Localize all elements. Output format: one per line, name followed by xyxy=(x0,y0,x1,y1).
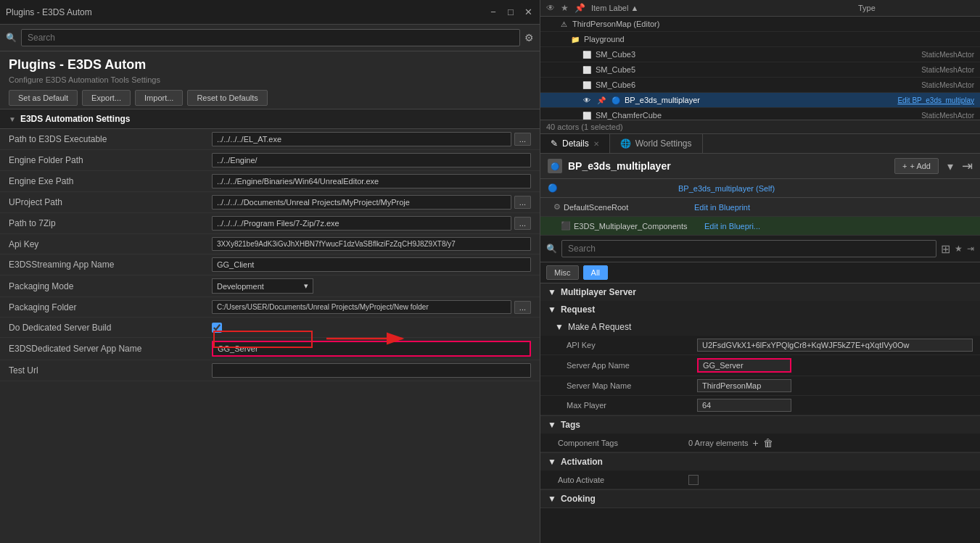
settings-area: ▼ E3DS Automation Settings Path to E3DS … xyxy=(0,109,540,543)
minimize-button[interactable]: − xyxy=(487,7,499,18)
dropdown-packaging-mode[interactable]: Development ▾ xyxy=(212,278,313,294)
tab-details-close[interactable]: ✕ xyxy=(593,140,599,148)
input-streaming-name[interactable] xyxy=(212,257,531,272)
input-7zip[interactable] xyxy=(212,216,511,231)
default-scene-root-row[interactable]: ⚙ DefaultSceneRoot Edit in Blueprint xyxy=(540,198,980,217)
dropdown-arrow-icon: ▾ xyxy=(304,281,308,291)
outliner-items: ⚠ ThirdPersonMap (Editor) 📁 Playground ⬜… xyxy=(540,17,980,120)
outliner-item-label: SM_ChamferCube xyxy=(596,111,873,120)
outliner-item-chamfer1[interactable]: ⬜ SM_ChamferCube StaticMeshActor xyxy=(540,108,980,120)
outliner-col-type: Type xyxy=(858,4,974,12)
input-path-e3ds[interactable] xyxy=(212,132,511,146)
title-bar-buttons: − □ ✕ xyxy=(487,7,534,18)
outliner-item-label: ThirdPersonMap (Editor) xyxy=(572,20,873,28)
input-api-key[interactable] xyxy=(212,237,531,251)
label-packaging-mode: Packaging Mode xyxy=(9,281,212,291)
selection-info: 40 actors (1 selected) xyxy=(540,120,980,133)
tags-arrow: ▼ xyxy=(548,420,556,430)
section-cooking: ▼ Cooking xyxy=(540,490,980,508)
filter-misc-button[interactable]: Misc xyxy=(546,265,579,280)
label-api-key: Api Key xyxy=(9,239,212,249)
setting-row-engine-folder: Engine Folder Path xyxy=(0,150,540,171)
multiplayer-header[interactable]: ▼ Multiplayer Server xyxy=(540,283,980,301)
input-engine-folder[interactable] xyxy=(212,153,531,167)
ellipsis-btn-path-e3ds[interactable]: ... xyxy=(514,133,531,146)
section-multiplayer: ▼ Multiplayer Server ▼ Request ▼ Make A … xyxy=(540,283,980,416)
details-search-area: 🔍 ⊞ ★ ⇥ xyxy=(540,236,980,262)
mesh-icon: ⬜ xyxy=(581,79,593,91)
outliner-item-type: StaticMeshActor xyxy=(873,112,974,120)
input-test-url[interactable] xyxy=(212,363,531,378)
outliner-item-bp-e3ds[interactable]: 👁 📌 🔵 BP_e3ds_multiplayer Edit BP_e3ds_m… xyxy=(540,93,980,108)
label-dedicated-server: Do Dedicated Server Build xyxy=(9,323,212,333)
setting-row-server-app-name: E3DSDedicated Server App Name xyxy=(0,338,540,360)
export-button[interactable]: Export... xyxy=(82,90,131,106)
section-arrow-icon: ▼ xyxy=(548,287,556,297)
maximize-button[interactable]: □ xyxy=(505,7,516,18)
input-server-app-name-right[interactable] xyxy=(697,358,791,373)
input-uproject[interactable] xyxy=(212,195,511,210)
component-tags-count: 0 Array elements xyxy=(688,439,749,447)
activation-content: Auto Activate xyxy=(540,471,980,489)
outliner-item-smcube5[interactable]: ⬜ SM_Cube5 StaticMeshActor xyxy=(540,62,980,78)
filter-all-button[interactable]: All xyxy=(583,265,608,280)
details-search-input[interactable] xyxy=(561,240,936,257)
obj-icon: 🔵 xyxy=(548,159,562,173)
plugin-title: Plugins - E3DS Autom xyxy=(9,57,531,72)
e3ds-component-row[interactable]: ⬛ E3DS_Multiplayer_Components Edit in Bl… xyxy=(540,217,980,236)
dropdown-arrow-button[interactable]: ▾ xyxy=(947,159,953,173)
add-tag-button[interactable]: + xyxy=(753,437,759,449)
input-max-player[interactable] xyxy=(697,399,791,412)
outliner-item-smcube6[interactable]: ⬜ SM_Cube6 StaticMeshActor xyxy=(540,78,980,93)
input-server-map-name[interactable] xyxy=(697,379,791,392)
tab-world-settings[interactable]: 🌐 World Settings xyxy=(610,134,703,153)
component-tags-row: Component Tags 0 Array elements + 🗑 xyxy=(540,434,980,452)
outliner-item-type-link[interactable]: Edit BP_e3ds_multiplay xyxy=(873,96,974,104)
request-header[interactable]: ▼ Request xyxy=(540,301,980,318)
value-server-app-name xyxy=(212,341,531,357)
details-icon: ✎ xyxy=(551,138,558,149)
close-button[interactable]: ✕ xyxy=(522,7,534,18)
outliner-item-playground[interactable]: 📁 Playground xyxy=(540,32,980,47)
multiplayer-label: Multiplayer Server xyxy=(561,287,636,297)
edit-blueprint-link-2[interactable]: Edit in Bluepri... xyxy=(704,222,760,231)
cooking-header[interactable]: ▼ Cooking xyxy=(540,490,980,507)
ellipsis-btn-7zip[interactable]: ... xyxy=(514,217,531,230)
star-icon: ★ xyxy=(955,244,963,254)
gear-icon-button[interactable]: ⚙ xyxy=(524,32,534,43)
setting-row-test-url: Test Url xyxy=(0,360,540,381)
expand-button[interactable]: ⇥ xyxy=(962,158,973,174)
outliner-item-label: SM_Cube6 xyxy=(596,80,873,89)
ellipsis-btn-packaging[interactable]: ... xyxy=(514,301,531,314)
activation-header[interactable]: ▼ Activation xyxy=(540,453,980,471)
make-request-header[interactable]: ▼ Make A Request xyxy=(540,318,980,336)
outliner-item-smcube3[interactable]: ⬜ SM_Cube3 StaticMeshActor xyxy=(540,47,980,62)
section-arrow-icon: ▼ xyxy=(9,115,16,123)
setting-row-packaging-mode: Packaging Mode Development ▾ xyxy=(0,275,540,297)
self-icon: 🔵 xyxy=(548,183,678,193)
reset-to-defaults-button[interactable]: Reset to Defaults xyxy=(187,90,267,106)
outliner-item-label: SM_Cube3 xyxy=(596,50,873,59)
edit-blueprint-link[interactable]: Edit in Blueprint xyxy=(694,203,750,212)
add-component-button[interactable]: + + Add xyxy=(894,158,939,174)
section-activation: ▼ Activation Auto Activate xyxy=(540,453,980,490)
server-map-name-row: Server Map Name xyxy=(540,376,980,396)
set-default-button[interactable]: Set as Default xyxy=(9,90,78,106)
tab-details[interactable]: ✎ Details ✕ xyxy=(540,134,610,153)
auto-activate-checkbox[interactable] xyxy=(688,475,699,485)
delete-tag-button[interactable]: 🗑 xyxy=(763,437,773,449)
input-packaging-folder[interactable] xyxy=(212,300,511,314)
input-server-app-name[interactable] xyxy=(212,341,531,357)
import-button[interactable]: Import... xyxy=(135,90,183,106)
value-dedicated-server xyxy=(212,323,531,333)
tags-header[interactable]: ▼ Tags xyxy=(540,416,980,434)
ellipsis-btn-uproject[interactable]: ... xyxy=(514,196,531,209)
setting-row-packaging-folder: Packaging Folder ... xyxy=(0,297,540,318)
value-path-e3ds: ... xyxy=(212,132,531,146)
server-map-name-label: Server Map Name xyxy=(567,381,697,390)
checkbox-dedicated-server[interactable] xyxy=(212,323,222,333)
outliner-item-thirdpersonmap[interactable]: ⚠ ThirdPersonMap (Editor) xyxy=(540,17,980,32)
mesh-icon: ⬜ xyxy=(581,49,593,60)
input-engine-exe[interactable] xyxy=(212,174,531,188)
search-input[interactable] xyxy=(21,29,520,46)
